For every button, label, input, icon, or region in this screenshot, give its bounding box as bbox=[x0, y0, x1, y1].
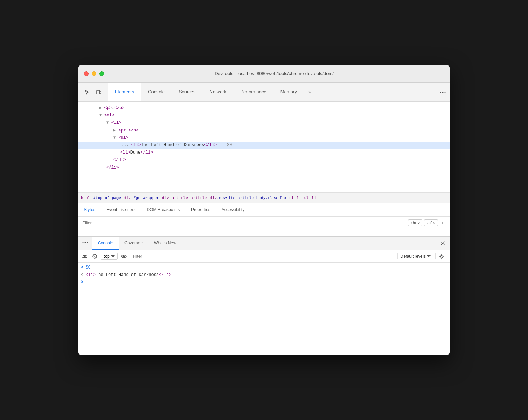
console-prompt-input: > bbox=[81, 264, 83, 271]
filter-bar: :hov .cls + bbox=[78, 217, 450, 229]
bc-div2[interactable]: div bbox=[162, 196, 169, 200]
tab-network[interactable]: Network bbox=[203, 83, 233, 101]
maximize-button[interactable] bbox=[99, 71, 104, 76]
levels-label: Default levels bbox=[400, 254, 426, 259]
dom-node-ul-close[interactable]: </ul> bbox=[78, 156, 450, 164]
svg-rect-1 bbox=[100, 91, 101, 94]
eye-icon[interactable] bbox=[120, 252, 128, 260]
dom-node-li-dune[interactable]: <li>Dune</li> bbox=[78, 149, 450, 156]
drawer-tab-whats-new[interactable]: What's New bbox=[148, 237, 182, 250]
titlebar: DevTools - localhost:8080/web/tools/chro… bbox=[78, 65, 450, 83]
svg-point-15 bbox=[123, 255, 124, 257]
dom-node-p2[interactable]: ▶ <p>…</p> bbox=[78, 127, 450, 134]
bc-top-of-page[interactable]: #top_of_page bbox=[93, 196, 121, 200]
console-line-output: < <li>The Left Hand of Darkness</li> bbox=[78, 271, 450, 279]
tab-more[interactable]: » bbox=[304, 83, 315, 101]
dom-node-p[interactable]: ▶ <p>…</p> bbox=[78, 104, 450, 112]
console-line-input: > $0 bbox=[78, 264, 450, 271]
tab-elements[interactable]: Elements bbox=[108, 83, 141, 101]
drawer-tab-console[interactable]: Console bbox=[92, 237, 119, 250]
filter-buttons: :hov .cls + bbox=[408, 219, 446, 226]
tab-properties[interactable]: Properties bbox=[185, 203, 216, 216]
context-label: top bbox=[104, 254, 110, 259]
dom-node-li-darkness[interactable]: ... <li>The Left Hand of Darkness</li> =… bbox=[78, 142, 450, 149]
devtools-main-menu[interactable] bbox=[436, 83, 450, 101]
bc-div1[interactable]: div bbox=[124, 196, 131, 200]
bc-ol[interactable]: ol bbox=[289, 196, 294, 200]
svg-marker-10 bbox=[83, 255, 87, 257]
hov-button[interactable]: :hov bbox=[408, 219, 422, 226]
clear-console-button[interactable] bbox=[81, 252, 89, 260]
console-toolbar: top Default levels bbox=[78, 250, 450, 263]
svg-rect-0 bbox=[97, 90, 100, 94]
titlebar-title: DevTools - localhost:8080/web/tools/chro… bbox=[104, 71, 444, 76]
console-drawer: Console Coverage What's New bbox=[78, 236, 450, 355]
bc-article1[interactable]: article bbox=[172, 196, 188, 200]
styles-separator bbox=[345, 233, 450, 233]
drawer-tab-coverage[interactable]: Coverage bbox=[119, 237, 148, 250]
tab-performance[interactable]: Performance bbox=[233, 83, 273, 101]
bc-ul[interactable]: ul bbox=[304, 196, 309, 200]
svg-point-3 bbox=[442, 92, 444, 93]
dom-tree: ▶ <p>…</p> ▼ <ol> ▼ <li> ▶ <p>…</p> ▼ <u… bbox=[78, 102, 450, 193]
dom-node-ol[interactable]: ▼ <ol> bbox=[78, 112, 450, 119]
console-text-dollar0: $0 bbox=[86, 264, 90, 271]
dom-node-li[interactable]: ▼ <li> bbox=[78, 119, 450, 127]
styles-content bbox=[78, 229, 450, 236]
drawer-menu-icon[interactable] bbox=[78, 237, 92, 250]
tab-accessibility[interactable]: Accessibility bbox=[216, 203, 250, 216]
console-prompt-cursor: > bbox=[81, 279, 83, 286]
bc-li1[interactable]: li bbox=[297, 196, 301, 200]
device-toolbar-icon[interactable] bbox=[94, 88, 103, 97]
console-prompt-output: < bbox=[81, 272, 83, 278]
devtools-icon-group bbox=[78, 83, 108, 101]
traffic-lights bbox=[84, 71, 104, 76]
block-icon[interactable] bbox=[91, 252, 99, 260]
bc-li2[interactable]: li bbox=[312, 196, 316, 200]
dom-node-ul[interactable]: ▼ <ul> bbox=[78, 134, 450, 142]
tab-console[interactable]: Console bbox=[141, 83, 172, 101]
tab-dom-breakpoints[interactable]: DOM Breakpoints bbox=[141, 203, 185, 216]
console-text-li: <li>The Left Hand of Darkness</li> bbox=[86, 272, 171, 278]
svg-point-5 bbox=[83, 242, 84, 243]
bc-article2[interactable]: article bbox=[191, 196, 207, 200]
breadcrumb: html #top_of_page div #gc-wrapper div ar… bbox=[78, 193, 450, 203]
svg-line-13 bbox=[93, 255, 96, 258]
console-line-cursor[interactable]: > bbox=[78, 279, 450, 286]
context-selector[interactable]: top bbox=[101, 253, 118, 260]
svg-point-16 bbox=[441, 255, 442, 257]
minimize-button[interactable] bbox=[92, 71, 96, 76]
styles-tabbar: Styles Event Listeners DOM Breakpoints P… bbox=[78, 203, 450, 217]
bc-gc-wrapper[interactable]: #gc-wrapper bbox=[134, 196, 159, 200]
levels-dropdown[interactable]: Default levels bbox=[397, 253, 433, 259]
close-button[interactable] bbox=[84, 71, 89, 76]
svg-point-4 bbox=[445, 92, 446, 93]
dom-node-li-close[interactable]: </li> bbox=[78, 164, 450, 171]
svg-rect-11 bbox=[83, 257, 87, 258]
console-drawer-tabbar: Console Coverage What's New bbox=[78, 237, 450, 250]
tab-styles[interactable]: Styles bbox=[78, 203, 101, 216]
drawer-close-button[interactable] bbox=[436, 237, 450, 250]
inspect-icon[interactable] bbox=[82, 88, 92, 97]
tab-memory[interactable]: Memory bbox=[273, 83, 304, 101]
bc-html[interactable]: html bbox=[81, 196, 90, 200]
bc-div-class[interactable]: div.devsite-article-body.clearfix bbox=[210, 196, 286, 200]
cls-button[interactable]: .cls bbox=[424, 219, 438, 226]
add-style-button[interactable]: + bbox=[439, 220, 446, 226]
console-filter-input[interactable] bbox=[130, 253, 395, 259]
console-cursor[interactable] bbox=[86, 279, 88, 286]
svg-point-6 bbox=[85, 242, 86, 243]
tab-event-listeners[interactable]: Event Listeners bbox=[101, 203, 141, 216]
devtools-tabs: Elements Console Sources Network Perform… bbox=[108, 83, 436, 101]
devtools-window: DevTools - localhost:8080/web/tools/chro… bbox=[78, 65, 450, 355]
console-settings-button[interactable] bbox=[435, 253, 447, 259]
filter-input[interactable] bbox=[82, 221, 405, 225]
svg-point-7 bbox=[87, 242, 88, 243]
devtools-tabbar: Elements Console Sources Network Perform… bbox=[78, 83, 450, 102]
console-output: > $0 < <li>The Left Hand of Darkness</li… bbox=[78, 263, 450, 355]
svg-point-2 bbox=[440, 92, 441, 93]
tab-sources[interactable]: Sources bbox=[172, 83, 203, 101]
